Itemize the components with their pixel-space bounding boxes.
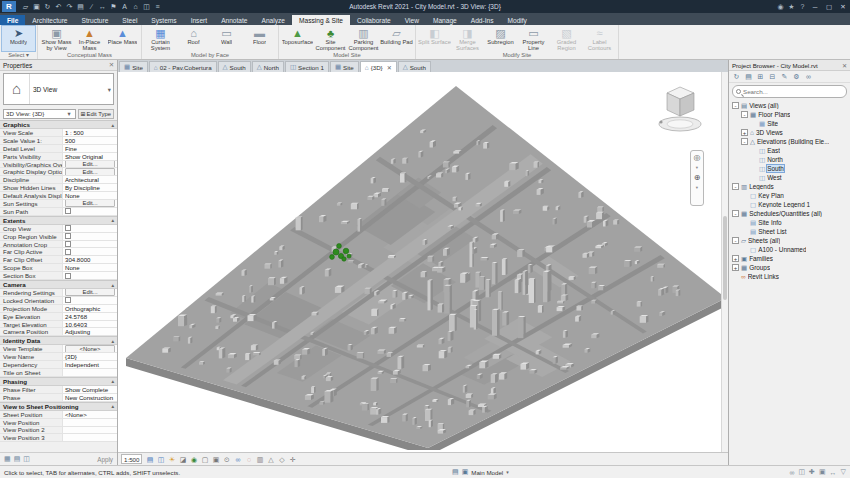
tree-item-families[interactable]: +▣Families [729,254,850,263]
print-icon[interactable]: ▤ [75,1,86,12]
expander-icon[interactable]: - [741,111,748,118]
expander-icon[interactable]: + [732,255,739,262]
maximize-button[interactable]: ▢ [822,1,836,13]
close-properties-icon[interactable]: ✕ [109,61,114,69]
tool-roof[interactable]: ⌂Roof [177,26,210,51]
property-value[interactable]: Edit... [62,289,117,296]
ribbon-tab-annotate[interactable]: Annotate [214,15,254,25]
view-tab-0[interactable]: ▦Site [119,61,148,72]
expander-icon[interactable]: - [741,138,748,145]
edit-type-button[interactable]: ⊞ Edit Type [78,109,114,119]
property-value[interactable] [62,208,117,215]
rendering-dialog-icon[interactable]: ◉ [188,454,199,465]
section-header-view-to-sheet-positioning[interactable]: View to Sheet Positioning▴ [0,402,117,411]
tree-item-site-info[interactable]: ▤Site Info [729,218,850,227]
scrollbar-thumb[interactable] [723,216,727,300]
ribbon-tab-manage[interactable]: Manage [426,15,464,25]
tree-item-schedules-quantities-all-[interactable]: -▦Schedules/Quantities (all) [729,209,850,218]
property-value[interactable]: <None> [62,411,117,418]
ribbon-tab-collaborate[interactable]: Collaborate [350,15,398,25]
element-selector[interactable]: 3D View: {3D} ▾ [3,109,76,119]
tool-wall[interactable]: ▭Wall [210,26,243,51]
lock-3d-view-icon[interactable]: ⊙ [221,454,232,465]
analytical-model-icon[interactable]: △ [265,454,276,465]
tool-place-mass[interactable]: ▲Place Mass [106,26,139,51]
view-tab-3[interactable]: △North [252,61,284,72]
ribbon-tab-insert[interactable]: Insert [184,15,215,25]
expander-icon[interactable]: - [732,210,739,217]
tree-item-sheets-all-[interactable]: -▱Sheets (all) [729,236,850,245]
property-value[interactable]: New Construction [62,394,117,401]
close-button[interactable]: ✕ [836,1,850,13]
property-value[interactable]: Show Original [62,153,117,160]
section-header-graphics[interactable]: Graphics▴ [0,120,117,129]
edit-button[interactable]: Edit... [65,168,115,175]
ribbon-tab-add-ins[interactable]: Add-Ins [464,15,501,25]
tool-floor[interactable]: ▬Floor [243,26,276,51]
tree-item-keynote-legend-1[interactable]: ▢Keynote Legend 1 [729,200,850,209]
minimize-button[interactable]: ─ [808,1,822,13]
edit-button[interactable]: Edit... [65,200,115,207]
measure-icon[interactable]: ∕ [86,1,97,12]
ribbon-tab-file[interactable]: File [0,15,25,25]
property-value[interactable] [62,248,117,255]
section-header-identity-data[interactable]: Identity Data▴ [0,336,117,345]
redo-icon[interactable]: ↷ [64,1,75,12]
close-browser-icon[interactable]: ✕ [842,62,847,69]
reveal-hidden-elements-icon[interactable]: ◌ [243,454,254,465]
edit-button[interactable]: <None> [65,345,115,352]
open-icon[interactable]: ▱ [20,1,31,12]
view-tab-7[interactable]: △South [398,61,431,72]
tree-item-west[interactable]: ◫West [729,173,850,182]
ribbon-tab-massing-site[interactable]: Massing & Site [292,15,350,25]
vertical-scrollbar[interactable] [721,72,728,452]
scale-control[interactable]: 1:500 [121,454,142,464]
tool-subregion[interactable]: ▨Subregion [484,26,517,51]
section-header-camera[interactable]: Camera▴ [0,280,117,289]
tool-show-mass-by-view-settings[interactable]: ▣Show Mass by View Settings [40,26,73,51]
zoom-icon[interactable]: ⊕ [694,173,701,182]
tree-item-north[interactable]: ◫North [729,155,850,164]
temporary-view-properties-icon[interactable]: ▥ [254,454,265,465]
expander-icon[interactable]: + [732,264,739,271]
checkbox[interactable] [65,208,71,214]
refresh-icon[interactable]: ↻ [731,72,742,82]
view-cube[interactable] [656,80,706,136]
chevron-down-icon[interactable]: ▾ [696,165,698,170]
tree-item-sheet-list[interactable]: ▤Sheet List [729,227,850,236]
property-value[interactable] [62,369,117,376]
property-value[interactable]: {3D} [62,353,117,360]
property-value[interactable]: 304.8000 [62,256,117,263]
ribbon-tab-architecture[interactable]: Architecture [25,15,74,25]
select-underlay-icon[interactable]: ◫ [798,468,805,476]
property-value[interactable] [62,233,117,240]
selected-planting-element[interactable] [333,249,339,255]
select-pinned-icon[interactable]: ✚ [809,468,815,476]
worksets-icon[interactable]: ▤ [452,468,459,476]
tree-item-floor-plans[interactable]: -▦Floor Plans [729,110,850,119]
property-value[interactable]: Edit... [62,200,117,207]
section-header-phasing[interactable]: Phasing▴ [0,377,117,386]
filter-icon[interactable]: ▽ [841,468,846,476]
shadows-icon[interactable]: ◪ [177,454,188,465]
views-list-icon[interactable]: ▤ [743,72,754,82]
property-value[interactable]: 24.5768 [62,313,117,320]
ribbon-tab-systems[interactable]: Systems [144,15,183,25]
tree-item-south[interactable]: ◫South [729,164,850,173]
property-value[interactable]: 1 : 500 [62,129,117,136]
apply-button[interactable]: Apply [97,456,113,463]
type-selector[interactable]: ⌂ 3D View ▾ [3,73,114,105]
property-value[interactable]: None [62,264,117,271]
tree-item-key-plan[interactable]: ▢Key Plan [729,191,850,200]
list-view-icon[interactable]: ▤ [14,455,21,463]
ribbon-tab-view[interactable]: View [398,15,426,25]
select-links-icon[interactable]: ∞ [789,469,794,476]
chevron-down-icon[interactable]: ▾ [696,185,698,190]
tree-item-legends[interactable]: -▥Legends [729,182,850,191]
property-value[interactable]: <None> [62,345,117,352]
tool-curtain-system[interactable]: ▦Curtain System [144,26,177,51]
tree-item-views-all-[interactable]: -▤Views (all) [729,101,850,110]
expander-icon[interactable]: + [741,129,748,136]
save-icon[interactable]: ▣ [31,1,42,12]
selected-planting-element[interactable] [337,244,342,249]
